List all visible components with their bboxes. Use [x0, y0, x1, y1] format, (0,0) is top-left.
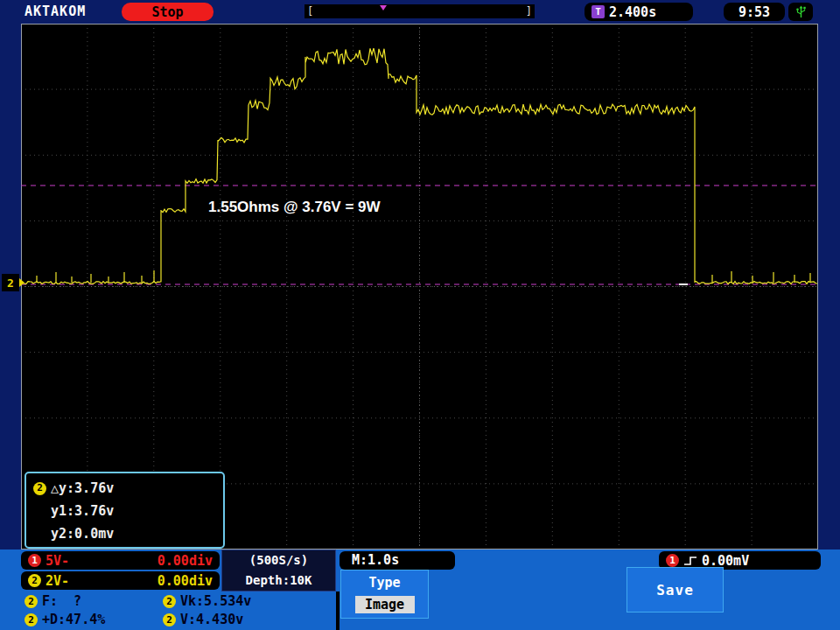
- channel2-badge: 2: [24, 595, 38, 608]
- ch2-offset: 0.00div: [158, 573, 213, 589]
- acquisition-panel: (500S/s) Depth:10K: [221, 550, 336, 592]
- channel2-badge: 2: [163, 613, 176, 626]
- channel1-badge: 1: [666, 554, 679, 567]
- timebase-readout: M:1.0s: [340, 551, 455, 570]
- measurement-vk-value: Vk:5.534v: [180, 593, 251, 609]
- trigger-delay-icon: T: [592, 5, 605, 18]
- measurement-voltage-value: V:4.430v: [180, 612, 243, 627]
- save-button[interactable]: Save: [626, 567, 724, 612]
- channel2-badge: 2: [163, 595, 176, 608]
- measurement-frequency-value: F: ?: [42, 593, 81, 609]
- top-bar: AKTAKOM Stop [ ] T 2.400s 9:53: [0, 0, 840, 24]
- channel1-badge: 1: [28, 554, 41, 567]
- trigger-level-value: 0.00mV: [702, 553, 749, 569]
- oscilloscope-screen: AKTAKOM Stop [ ] T 2.400s 9:53 1.55Ohms …: [0, 0, 840, 630]
- measurement-duty: 2 +D:47.4%: [24, 612, 105, 627]
- cursor-measurement-box: 2 △y:3.76v y1:3.76v y2:0.0mv: [24, 472, 225, 549]
- brand-logo: AKTAKOM: [24, 4, 86, 19]
- channel2-position-marker: 2: [2, 274, 19, 291]
- measurement-duty-value: +D:47.4%: [42, 612, 105, 627]
- ch1-scale: 5V-: [46, 553, 69, 569]
- waveform-svg: [21, 24, 818, 550]
- status-bar: 1 5V- 0.00div 2 2V- 0.00div (500S/s) Dep…: [0, 550, 840, 630]
- trigger-delay-readout: T 2.400s: [584, 3, 693, 21]
- channel2-position-label: 2: [7, 276, 14, 290]
- measurement-voltage: 2 V:4.430v: [163, 612, 243, 627]
- power-annotation: 1.55Ohms @ 3.76V = 9W: [208, 199, 381, 216]
- trigger-position-marker-icon: [380, 5, 387, 10]
- usb-icon: [788, 3, 813, 21]
- ch2-scale: 2V-: [46, 573, 69, 589]
- cursor-y1-value: y1:3.76v: [33, 500, 216, 522]
- type-menu-button[interactable]: Type Image: [340, 570, 429, 619]
- rising-edge-icon: [683, 555, 697, 567]
- trigbar-right-bracket: ]: [526, 4, 532, 18]
- channel2-badge: 2: [24, 613, 38, 626]
- channel2-badge: 2: [33, 482, 46, 495]
- type-menu-value[interactable]: Image: [355, 596, 415, 613]
- ch2-readout: 2 2V- 0.00div: [21, 571, 220, 590]
- memory-depth: Depth:10K: [222, 570, 335, 591]
- sample-rate: (500S/s): [222, 550, 335, 570]
- ch1-offset: 0.00div: [158, 553, 213, 569]
- cursor-y2-value: y2:0.0mv: [33, 522, 216, 545]
- measurement-frequency: 2 F: ?: [24, 593, 81, 609]
- clock: 9:53: [724, 3, 785, 21]
- run-stop-indicator: Stop: [122, 3, 214, 21]
- trigbar-left-bracket: [: [307, 4, 313, 18]
- divider: [336, 592, 340, 630]
- ch1-readout: 1 5V- 0.00div: [21, 551, 220, 570]
- type-menu-label: Type: [341, 575, 428, 591]
- channel2-arrow-icon: [19, 278, 24, 287]
- cursor-delta-row: 2 △y:3.76v: [33, 477, 216, 500]
- trigger-delay-value: 2.400s: [609, 4, 656, 20]
- measurement-vk: 2 Vk:5.534v: [163, 593, 251, 609]
- cursor-delta-value: △y:3.76v: [51, 477, 114, 500]
- trigger-position-bar: [ ]: [304, 4, 535, 18]
- channel2-badge: 2: [28, 574, 41, 587]
- waveform-display: 1.55Ohms @ 3.76V = 9W: [21, 24, 818, 550]
